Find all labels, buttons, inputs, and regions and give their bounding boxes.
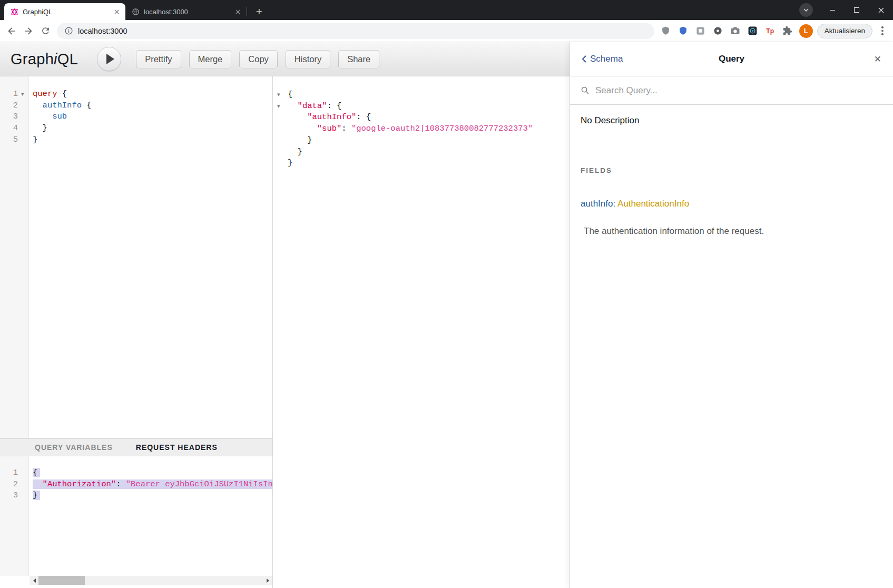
menu-kebab-icon[interactable]	[877, 23, 888, 40]
tab-request-headers[interactable]: REQUEST HEADERS	[136, 443, 218, 452]
code-line: ▾ "data": {	[273, 101, 570, 112]
url-text: localhost:3000	[78, 27, 127, 35]
field-row: authInfo: AuthenticationInfo	[581, 199, 882, 209]
code-line: "sub": "google-oauth2|108377380082777232…	[273, 123, 570, 135]
field-name-link[interactable]: authInfo	[581, 199, 613, 209]
graphql-favicon-icon	[10, 7, 18, 16]
extension-camera-icon[interactable]	[729, 25, 742, 37]
extension-circle-icon[interactable]	[712, 25, 724, 37]
field-type-link[interactable]: AuthenticationInfo	[617, 199, 689, 209]
graphiql-main: GraphiQL Prettify Merge Copy History Sha…	[0, 42, 570, 588]
graphiql-topbar: GraphiQL Prettify Merge Copy History Sha…	[0, 42, 570, 76]
tab-divider	[247, 7, 247, 16]
search-icon	[581, 86, 590, 95]
editor-panes: 1▾query {2 authInfo {3 sub4 }5} QUERY VA…	[0, 76, 570, 588]
extensions-puzzle-icon[interactable]	[781, 25, 794, 37]
forward-icon	[23, 26, 34, 36]
tab-title: GraphiQL	[23, 8, 112, 16]
scroll-right-icon	[267, 579, 271, 583]
result-pane: ▾{▾ "data": { "authInfo": { "sub": "goog…	[273, 76, 570, 588]
back-button[interactable]	[3, 23, 20, 40]
titlebar-controls	[799, 0, 893, 20]
doc-close-button[interactable]: ✕	[874, 54, 881, 65]
new-tab-button[interactable]: +	[252, 4, 267, 18]
browser-update-button[interactable]: Aktualisieren	[817, 24, 872, 38]
code-line: }	[273, 146, 570, 158]
window-minimize-button[interactable]	[820, 0, 845, 20]
code-line: }	[273, 135, 570, 146]
play-icon	[106, 54, 114, 64]
scroll-left-icon	[31, 579, 36, 583]
code-line: 1▾query {	[0, 89, 272, 100]
browser-titlebar: GraphiQL localhost:3000 +	[0, 0, 893, 20]
request-headers-editor[interactable]: 1{2 "Authorization": "Bearer eyJhbGciOiJ…	[0, 456, 272, 576]
scroll-right-button[interactable]	[263, 576, 272, 585]
extension-devtools-icon[interactable]	[747, 25, 759, 37]
doc-back-button[interactable]: Schema	[582, 54, 623, 64]
prettify-button[interactable]: Prettify	[136, 50, 181, 68]
browser-window: GraphiQL localhost:3000 +	[0, 0, 893, 588]
tab-close-icon[interactable]	[112, 7, 121, 16]
browser-navbar: localhost:3000 Tp	[0, 20, 893, 42]
query-column: 1▾query {2 authInfo {3 sub4 }5} QUERY VA…	[0, 76, 273, 588]
scroll-left-button[interactable]	[30, 576, 38, 585]
copy-button[interactable]: Copy	[239, 50, 278, 68]
code-line: 3}	[0, 490, 272, 502]
code-line: 4 }	[0, 123, 272, 134]
tab-close-icon[interactable]	[233, 7, 242, 16]
field-description: The authentication information of the re…	[581, 226, 882, 237]
execute-query-button[interactable]	[97, 47, 121, 71]
share-button[interactable]: Share	[338, 50, 379, 68]
code-line: ▾{	[273, 89, 570, 101]
extension-blue-shield-icon[interactable]	[677, 25, 690, 37]
no-description-text: No Description	[581, 115, 882, 126]
browser-tab-localhost[interactable]: localhost:3000	[125, 3, 247, 20]
reload-icon	[41, 26, 51, 36]
window-maximize-button[interactable]	[845, 0, 869, 20]
merge-button[interactable]: Merge	[189, 50, 232, 68]
scrollbar-thumb[interactable]	[38, 576, 85, 585]
address-bar[interactable]: localhost:3000	[57, 23, 654, 39]
field-separator: :	[613, 199, 615, 209]
extension-tp-badge-icon[interactable]: Tp	[764, 25, 777, 37]
doc-explorer-body: No Description FIELDS authInfo: Authenti…	[570, 105, 893, 588]
doc-explorer-panel: Schema Query ✕ No Description FIELDS aut…	[570, 42, 893, 588]
extension-tray: Tp	[660, 25, 794, 37]
query-editor[interactable]: 1▾query {2 authInfo {3 sub4 }5}	[0, 76, 272, 438]
secondary-editor-tabs: QUERY VARIABLES REQUEST HEADERS	[0, 438, 272, 456]
profile-avatar[interactable]: L	[799, 24, 813, 38]
code-line: 5}	[0, 134, 272, 146]
back-icon	[6, 26, 17, 36]
code-line: }	[273, 158, 570, 169]
extension-square-icon[interactable]	[694, 25, 707, 37]
window-close-button[interactable]	[869, 0, 893, 20]
doc-search-input[interactable]	[595, 85, 882, 96]
graphiql-logo: GraphiQL	[11, 51, 78, 68]
minimize-icon	[830, 10, 835, 11]
doc-explorer-header: Schema Query ✕	[570, 42, 893, 76]
reload-button[interactable]	[37, 23, 54, 40]
extension-shield-icon[interactable]	[660, 25, 672, 37]
doc-search-row	[570, 76, 893, 105]
forward-button[interactable]	[20, 23, 37, 40]
globe-favicon-icon	[131, 7, 140, 16]
horizontal-scrollbar[interactable]	[30, 576, 272, 585]
maximize-icon	[854, 7, 859, 13]
close-icon	[878, 7, 884, 13]
tab-title: localhost:3000	[144, 8, 233, 16]
code-line: 1{	[0, 467, 272, 479]
history-button[interactable]: History	[286, 50, 330, 68]
tab-query-variables[interactable]: QUERY VARIABLES	[35, 443, 113, 452]
code-line: 2 "Authorization": "Bearer eyJhbGciOiJSU…	[0, 479, 272, 491]
tab-strip: GraphiQL localhost:3000 +	[0, 3, 267, 20]
tab-search-button[interactable]	[799, 3, 813, 17]
code-line: "authInfo": {	[273, 112, 570, 123]
scrollbar-track[interactable]	[38, 576, 263, 585]
browser-tab-graphiql[interactable]: GraphiQL	[4, 3, 125, 20]
fields-section-title: FIELDS	[581, 166, 882, 174]
code-line: 3 sub	[0, 111, 272, 123]
graphiql-app: GraphiQL Prettify Merge Copy History Sha…	[0, 42, 893, 588]
result-viewer: ▾{▾ "data": { "authInfo": { "sub": "goog…	[273, 76, 570, 588]
chevron-left-icon	[582, 55, 586, 63]
code-line: 2 authInfo {	[0, 100, 272, 112]
